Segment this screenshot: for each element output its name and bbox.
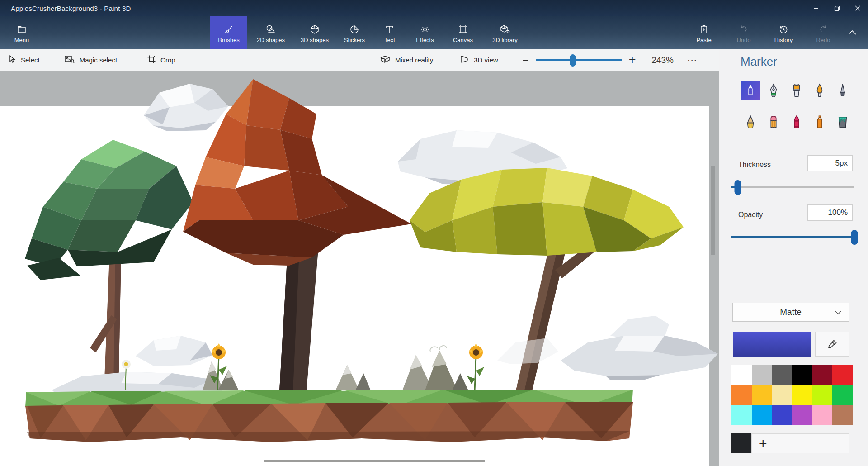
palette-swatch-13[interactable]: [752, 405, 772, 425]
brush-pencil[interactable]: [741, 112, 760, 132]
panel-title: Marker: [741, 55, 777, 69]
canvas-toolbar: Select Magic select Crop Mixed reality: [0, 49, 719, 71]
tab-stickers[interactable]: Stickers: [335, 16, 374, 49]
canvas-frame-icon: [458, 22, 468, 35]
thickness-value-input[interactable]: 5px: [807, 155, 853, 171]
current-color-swatch[interactable]: [733, 332, 811, 357]
restore-button[interactable]: [826, 0, 847, 16]
undo-button[interactable]: Undo: [724, 16, 764, 49]
horizontal-scrollbar-thumb[interactable]: [264, 460, 485, 462]
zoom-slider[interactable]: [536, 53, 622, 67]
tab-3d-shapes[interactable]: 3D shapes: [294, 16, 335, 49]
palette-swatch-15[interactable]: [792, 405, 812, 425]
vertical-scrollbar-thumb[interactable]: [711, 166, 715, 255]
brush-eraser[interactable]: [764, 112, 783, 132]
action-label: Undo: [736, 37, 750, 43]
mixed-reality-button[interactable]: Mixed reality: [380, 54, 433, 66]
brush-oil-brush[interactable]: [787, 81, 807, 100]
history-clock-icon: [778, 22, 789, 35]
palette-swatch-11[interactable]: [832, 385, 853, 405]
plus-icon: +: [759, 434, 767, 452]
brush-settings-panel: Marker: [719, 49, 868, 466]
palette-swatch-5[interactable]: [832, 365, 853, 385]
custom-color-row: +: [731, 433, 849, 453]
tab-label: 3D shapes: [301, 37, 329, 43]
add-color-button[interactable]: +: [751, 433, 849, 453]
brush-marker[interactable]: [741, 81, 760, 100]
opacity-slider[interactable]: [731, 229, 854, 245]
thickness-slider-thumb[interactable]: [734, 180, 741, 195]
calligraphy-pen-icon: [765, 82, 782, 99]
thickness-slider[interactable]: [731, 179, 854, 195]
tab-canvas[interactable]: Canvas: [444, 16, 481, 49]
palette-swatch-17[interactable]: [832, 405, 853, 425]
zoom-in-button[interactable]: +: [625, 53, 640, 67]
palette-swatch-6[interactable]: [731, 385, 752, 405]
palette-swatch-9[interactable]: [792, 385, 812, 405]
tab-brushes[interactable]: Brushes: [210, 16, 247, 49]
crop-label: Crop: [160, 56, 175, 64]
palette-swatch-16[interactable]: [812, 405, 833, 425]
more-options-button[interactable]: ⋯: [687, 54, 698, 66]
action-label: Redo: [816, 37, 830, 43]
tab-effects[interactable]: Effects: [406, 16, 444, 49]
zoom-level-value[interactable]: 243%: [646, 55, 679, 65]
canvas-workspace: [0, 71, 719, 466]
history-button[interactable]: History: [764, 16, 803, 49]
close-button[interactable]: [847, 0, 868, 16]
crop-button[interactable]: Crop: [147, 55, 175, 65]
brush-crayon[interactable]: [787, 112, 807, 132]
eyedropper-icon: [826, 338, 838, 350]
finish-dropdown[interactable]: Matte: [732, 303, 849, 322]
custom-color-swatch[interactable]: [731, 433, 751, 453]
opacity-slider-thumb[interactable]: [851, 230, 858, 245]
3d-view-button[interactable]: 3D view: [459, 55, 498, 65]
palette-swatch-3[interactable]: [792, 365, 812, 385]
opacity-value-input[interactable]: 100%: [807, 204, 853, 221]
zoom-out-button[interactable]: −: [518, 54, 533, 67]
zoom-slider-thumb[interactable]: [570, 54, 576, 67]
eyedropper-button[interactable]: [815, 332, 849, 357]
close-icon: [855, 5, 860, 11]
palette-swatch-12[interactable]: [731, 405, 752, 425]
vertical-scrollbar-track[interactable]: [709, 71, 719, 466]
brush-watercolor[interactable]: [810, 81, 830, 100]
palette-swatch-2[interactable]: [772, 365, 792, 385]
menu-button[interactable]: Menu: [5, 16, 38, 49]
minimize-button[interactable]: [806, 0, 826, 16]
palette-swatch-7[interactable]: [752, 385, 772, 405]
redo-button[interactable]: Redo: [803, 16, 843, 49]
brush-spray-can[interactable]: [810, 112, 830, 132]
tab-label: Brushes: [218, 37, 240, 43]
window-title: ApplesCrusherBackground3 - Paint 3D: [11, 5, 131, 12]
paste-icon: [698, 22, 709, 35]
drawing-canvas[interactable]: [0, 71, 719, 466]
palette-swatch-14[interactable]: [772, 405, 792, 425]
magic-select-button[interactable]: Magic select: [64, 55, 117, 65]
undo-icon: [738, 22, 749, 35]
select-button[interactable]: Select: [7, 55, 40, 65]
collapse-ribbon-button[interactable]: [843, 16, 861, 49]
oil-brush-icon: [788, 82, 805, 99]
brush-pixel-pen[interactable]: [833, 81, 853, 100]
paste-button[interactable]: Paste: [684, 16, 724, 49]
fill-bucket-icon: [835, 114, 851, 130]
brush-row-1: [741, 81, 853, 100]
tab-2d-shapes[interactable]: 2D shapes: [247, 16, 294, 49]
palette-swatch-1[interactable]: [752, 365, 772, 385]
brush-calligraphy-pen[interactable]: [764, 81, 783, 100]
tab-text[interactable]: Text: [374, 16, 406, 49]
finish-value: Matte: [780, 307, 802, 317]
palette-swatch-0[interactable]: [731, 365, 752, 385]
palette-swatch-10[interactable]: [812, 385, 833, 405]
pencil-icon: [742, 114, 759, 130]
brush-fill[interactable]: [833, 112, 853, 132]
magic-select-label: Magic select: [80, 56, 117, 64]
zoom-slider-track: [536, 59, 622, 61]
tab-3d-library[interactable]: 3D library: [481, 16, 528, 49]
opacity-label: Opacity: [738, 211, 763, 219]
minimize-icon: [813, 5, 819, 11]
palette-swatch-4[interactable]: [812, 365, 833, 385]
palette-swatch-8[interactable]: [772, 385, 792, 405]
3d-view-label: 3D view: [474, 56, 498, 64]
